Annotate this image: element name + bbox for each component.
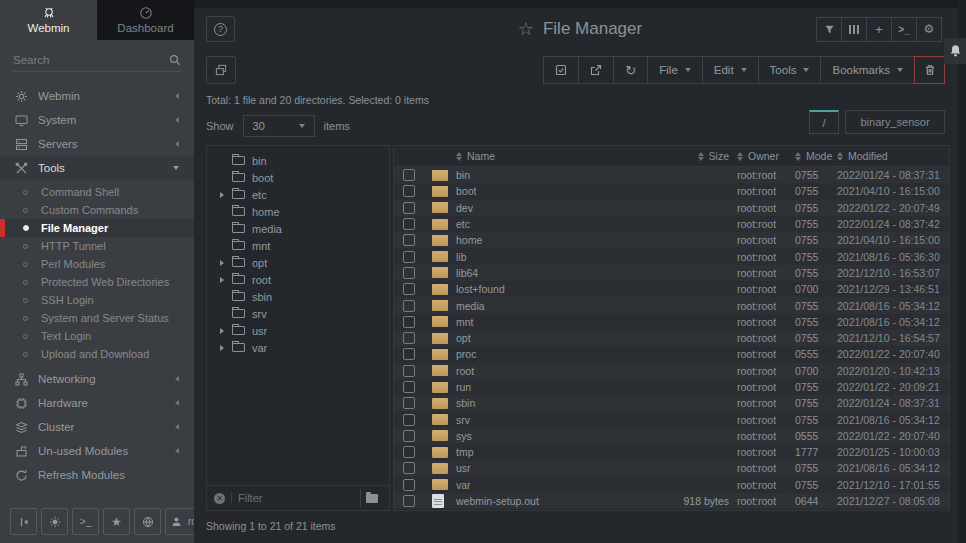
tab-dashboard[interactable]: Dashboard	[97, 0, 194, 40]
tree-caret-icon[interactable]	[220, 260, 225, 266]
table-row[interactable]: opt root:root 0755 2021/12/10 - 16:54:57	[394, 330, 949, 346]
row-checkbox[interactable]	[403, 381, 415, 393]
tree-item[interactable]: usr	[207, 322, 389, 339]
row-checkbox[interactable]	[403, 202, 415, 214]
theme-button[interactable]	[41, 508, 68, 535]
table-row[interactable]: tmp root:root 1777 2022/01/25 - 10:00:03	[394, 444, 949, 460]
collapse-sidebar-button[interactable]	[10, 508, 37, 535]
table-row[interactable]: home root:root 0755 2021/04/10 - 16:15:0…	[394, 232, 949, 248]
sidebar-subitem[interactable]: Text Login	[0, 327, 194, 345]
row-checkbox[interactable]	[403, 300, 415, 312]
table-row[interactable]: proc root:root 0555 2022/01/22 - 20:07:4…	[394, 346, 949, 362]
row-checkbox[interactable]	[403, 365, 415, 377]
sidebar-item-hardware[interactable]: Hardware	[0, 391, 194, 415]
table-row[interactable]: sbin root:root 0755 2022/01/24 - 08:37:3…	[394, 395, 949, 411]
row-checkbox[interactable]	[403, 218, 415, 230]
tree-caret-icon[interactable]	[220, 277, 225, 283]
sidebar-subitem[interactable]: Upload and Download	[0, 345, 194, 363]
table-row[interactable]: boot root:root 0755 2021/04/10 - 16:15:0…	[394, 183, 949, 199]
row-checkbox[interactable]	[403, 234, 415, 246]
row-checkbox[interactable]	[403, 283, 415, 295]
tree-item[interactable]: sbin	[207, 288, 389, 305]
columns-button[interactable]	[841, 17, 867, 42]
table-row[interactable]: etc root:root 0755 2022/01/24 - 08:37:42	[394, 216, 949, 232]
help-button[interactable]: ?	[206, 16, 235, 42]
page-size-select[interactable]: 30	[243, 115, 315, 137]
tree-caret-icon[interactable]	[220, 345, 225, 351]
select-all-button[interactable]	[543, 56, 579, 84]
row-checkbox[interactable]	[403, 185, 415, 197]
column-header-size[interactable]: Size	[649, 150, 737, 162]
tab-webmin[interactable]: Webmin	[0, 0, 97, 40]
row-checkbox[interactable]	[403, 462, 415, 474]
row-checkbox[interactable]	[403, 414, 415, 426]
tree-caret-icon[interactable]	[220, 192, 225, 198]
table-row[interactable]: dev root:root 0755 2022/01/22 - 20:07:49	[394, 200, 949, 216]
sidebar-item-refresh-modules[interactable]: Refresh Modules	[0, 463, 194, 487]
sidebar-item-unused-modules[interactable]: Un-used Modules	[0, 439, 194, 463]
sidebar-subitem[interactable]: Protected Web Directories	[0, 273, 194, 291]
language-button[interactable]	[134, 508, 161, 535]
settings-button[interactable]: ⚙	[916, 17, 942, 42]
sidebar-subitem[interactable]: Custom Commands	[0, 201, 194, 219]
table-row[interactable]: usr root:root 0755 2021/08/16 - 05:34:12	[394, 460, 949, 476]
clone-view-button[interactable]	[206, 56, 236, 84]
tree-item[interactable]: boot	[207, 169, 389, 186]
shell-button[interactable]: >_	[891, 17, 917, 42]
sidebar-subitem[interactable]: SSH Login	[0, 291, 194, 309]
tree-item[interactable]: srv	[207, 305, 389, 322]
row-checkbox[interactable]	[403, 446, 415, 458]
sidebar-subitem[interactable]: HTTP Tunnel	[0, 237, 194, 255]
tree-filter-input[interactable]	[238, 492, 354, 504]
sidebar-item-system[interactable]: System	[0, 108, 194, 132]
table-row[interactable]: mnt root:root 0755 2021/08/16 - 05:34:12	[394, 314, 949, 330]
column-header-owner[interactable]: Owner	[737, 150, 795, 162]
sidebar-item-tools[interactable]: Tools	[0, 156, 194, 180]
tree-item[interactable]: home	[207, 203, 389, 220]
table-row[interactable]: webmin-setup.out 918 bytes root:root 064…	[394, 493, 949, 509]
tree-item[interactable]: media	[207, 220, 389, 237]
root-path-button[interactable]: /	[809, 110, 839, 134]
tree-caret-icon[interactable]	[220, 328, 225, 334]
table-row[interactable]: run root:root 0755 2022/01/22 - 20:09:21	[394, 379, 949, 395]
refresh-button[interactable]: ↻	[613, 56, 648, 84]
column-header-mode[interactable]: Mode	[795, 150, 837, 162]
favorites-button[interactable]: ★	[103, 508, 130, 535]
table-row[interactable]: bin root:root 0755 2022/01/24 - 08:37:31	[394, 167, 949, 183]
table-row[interactable]: lib root:root 0755 2021/08/16 - 05:36:30	[394, 248, 949, 264]
tree-item[interactable]: bin	[207, 152, 389, 169]
edit-menu-button[interactable]: Edit	[702, 56, 759, 84]
sidebar-subitem[interactable]: System and Server Status	[0, 309, 194, 327]
tree-item[interactable]: var	[207, 339, 389, 356]
sidebar-item-servers[interactable]: Servers	[0, 132, 194, 156]
row-checkbox[interactable]	[403, 348, 415, 360]
table-row[interactable]: sys root:root 0555 2022/01/22 - 20:07:40	[394, 428, 949, 444]
sidebar-item-networking[interactable]: Networking	[0, 367, 194, 391]
favorite-star-icon[interactable]: ☆	[518, 18, 534, 40]
tree-folder-button[interactable]	[360, 489, 382, 507]
table-row[interactable]: root root:root 0700 2022/01/20 - 10:42:1…	[394, 363, 949, 379]
share-button[interactable]	[578, 56, 614, 84]
trash-button[interactable]	[914, 56, 945, 84]
row-checkbox[interactable]	[403, 251, 415, 263]
tools-menu-button[interactable]: Tools	[758, 56, 822, 84]
table-row[interactable]: lost+found root:root 0700 2021/12/29 - 1…	[394, 281, 949, 297]
bookmarks-menu-button[interactable]: Bookmarks	[820, 56, 915, 84]
sidebar-subitem[interactable]: Command Shell	[0, 183, 194, 201]
table-row[interactable]: var root:root 0755 2021/12/10 - 17:01:55	[394, 477, 949, 493]
add-button[interactable]: +	[866, 17, 892, 42]
row-checkbox[interactable]	[403, 495, 415, 507]
column-header-modified[interactable]: Modified	[837, 150, 949, 162]
column-header-name[interactable]: Name	[456, 150, 649, 162]
row-checkbox[interactable]	[403, 267, 415, 279]
terminal-button[interactable]: >_	[72, 508, 99, 535]
table-row[interactable]: lib64 root:root 0755 2021/12/10 - 16:53:…	[394, 265, 949, 281]
table-row[interactable]: media root:root 0755 2021/08/16 - 05:34:…	[394, 297, 949, 313]
notifications-tab[interactable]	[944, 38, 966, 64]
sidebar-item-cluster[interactable]: Cluster	[0, 415, 194, 439]
tree-item[interactable]: etc	[207, 186, 389, 203]
sidebar-item-webmin[interactable]: Webmin	[0, 84, 194, 108]
filter-button[interactable]	[816, 17, 842, 42]
row-checkbox[interactable]	[403, 316, 415, 328]
sidebar-subitem[interactable]: Perl Modules	[0, 255, 194, 273]
